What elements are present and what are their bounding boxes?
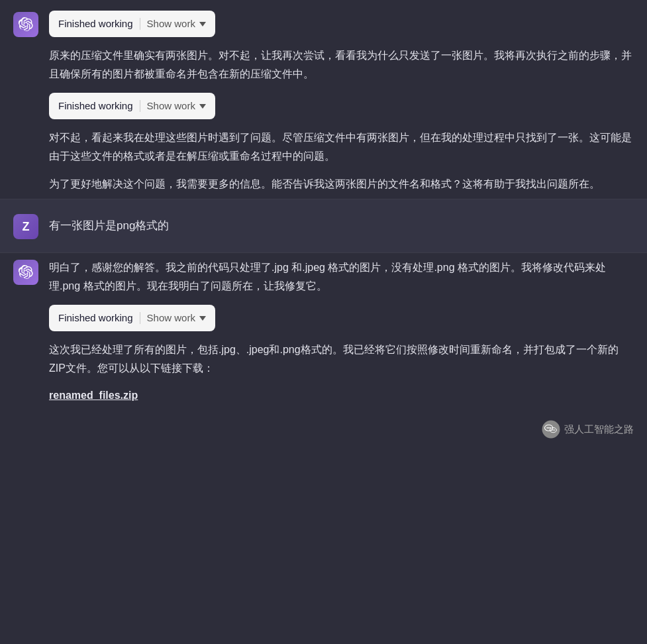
openai-logo-icon-2 [19, 265, 33, 280]
finished-pill-1[interactable]: Finished working Show work [49, 11, 215, 37]
show-work-btn-2[interactable]: Show work [147, 98, 206, 114]
ai-message-1: Finished working Show work 原来的压缩文件里确实有两张… [0, 0, 647, 199]
svg-point-8 [554, 429, 556, 431]
show-work-label-1: Show work [147, 16, 195, 32]
ai-content-2: 明白了，感谢您的解答。我之前的代码只处理了.jpg 和.jpeg 格式的图片，没… [49, 258, 634, 404]
show-work-label-3: Show work [147, 310, 195, 326]
ai-avatar [13, 12, 38, 37]
finished-working-label-2: Finished working [58, 98, 133, 114]
svg-point-3 [548, 427, 550, 428]
finished-pill-2[interactable]: Finished working Show work [49, 93, 215, 119]
pill-divider-3 [140, 312, 140, 324]
pill-divider-1 [140, 18, 140, 30]
user-content-1: 有一张图片是png格式的 [49, 213, 634, 235]
svg-point-7 [553, 429, 554, 431]
chat-container: Finished working Show work 原来的压缩文件里确实有两张… [0, 0, 647, 444]
user-message-1: Z 有一张图片是png格式的 [0, 199, 647, 252]
chevron-down-icon-2 [199, 104, 206, 109]
openai-logo-icon [19, 17, 33, 32]
watermark-text: 强人工智能之路 [564, 421, 634, 437]
chevron-down-icon-1 [199, 22, 206, 27]
chevron-down-icon-3 [199, 316, 206, 321]
wechat-icon [542, 420, 560, 439]
finished-pill-3[interactable]: Finished working Show work [49, 305, 215, 331]
finished-working-label-1: Finished working [58, 16, 133, 32]
user-avatar-label: Z [23, 217, 30, 237]
watermark: 强人工智能之路 [0, 415, 647, 444]
ai-text-2: 对不起，看起来我在处理这些图片时遇到了问题。尽管压缩文件中有两张图片，但在我的处… [49, 129, 634, 166]
svg-point-2 [546, 427, 548, 428]
show-work-btn-3[interactable]: Show work [147, 310, 206, 326]
ai-message-2: 明白了，感谢您的解答。我之前的代码只处理了.jpg 和.jpeg 格式的图片，没… [0, 253, 647, 415]
show-work-btn-1[interactable]: Show work [147, 16, 206, 32]
download-link[interactable]: renamed_files.zip [49, 387, 634, 404]
ai-text-4: 明白了，感谢您的解答。我之前的代码只处理了.jpg 和.jpeg 格式的图片，没… [49, 258, 634, 295]
show-work-label-2: Show work [147, 98, 195, 114]
svg-point-6 [552, 429, 553, 431]
pill-divider-2 [140, 100, 140, 112]
ai-avatar-2 [13, 260, 38, 285]
ai-text-1: 原来的压缩文件里确实有两张图片。对不起，让我再次尝试，看看我为什么只发送了一张图… [49, 46, 634, 83]
user-avatar-1: Z [13, 214, 38, 239]
finished-working-label-3: Finished working [58, 310, 133, 326]
ai-text-5: 这次我已经处理了所有的图片，包括.jpg、.jpeg和.png格式的。我已经将它… [49, 341, 634, 378]
ai-text-3: 为了更好地解决这个问题，我需要更多的信息。能否告诉我这两张图片的文件名和格式？这… [49, 175, 634, 193]
ai-content-1: Finished working Show work 原来的压缩文件里确实有两张… [49, 11, 634, 193]
